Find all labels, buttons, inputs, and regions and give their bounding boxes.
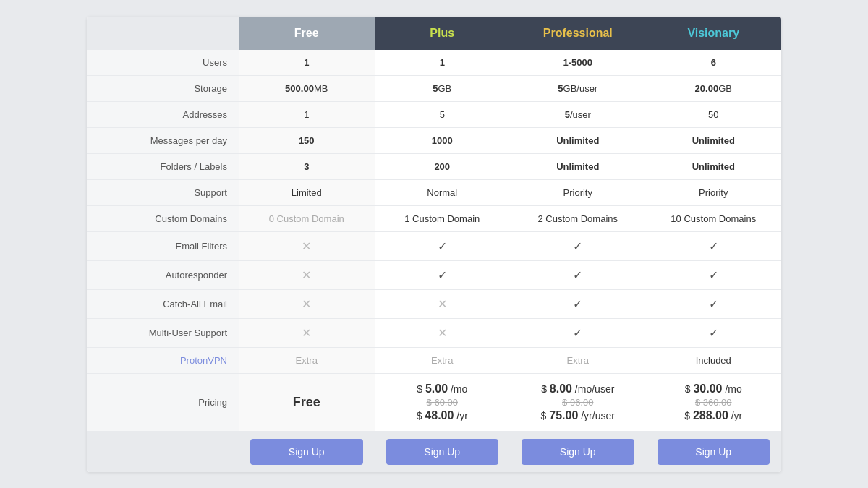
addresses-visionary: 50 xyxy=(646,102,782,128)
label-folders: Folders / Labels xyxy=(87,154,239,180)
folders-professional: Unlimited xyxy=(510,154,646,180)
folders-visionary: Unlimited xyxy=(646,154,782,180)
autoresponder-professional: ✓ xyxy=(510,261,646,290)
support-free: Limited xyxy=(239,180,375,206)
users-plus: 1 xyxy=(375,50,511,76)
messages-plus: 1000 xyxy=(375,128,511,154)
multi-user-visionary: ✓ xyxy=(646,319,782,348)
custom-domains-visionary: 10 Custom Domains xyxy=(646,206,782,232)
folders-plus: 200 xyxy=(375,154,511,180)
pricing-table: Free Plus Professional Visionary Users 1… xyxy=(87,17,781,472)
messages-visionary: Unlimited xyxy=(646,128,782,154)
header-free: Free xyxy=(239,17,375,50)
catch-all-plus: ✕ xyxy=(375,290,511,319)
label-messages: Messages per day xyxy=(87,128,239,154)
label-users: Users xyxy=(87,50,239,76)
protonvpn-link[interactable]: ProtonVPN xyxy=(180,355,227,366)
users-free: 1 xyxy=(239,50,375,76)
header-plus: Plus xyxy=(375,17,511,50)
messages-professional: Unlimited xyxy=(510,128,646,154)
multi-user-free: ✕ xyxy=(239,319,375,348)
pricing-professional: $ 8.00 /mo/user $ 96.00 $ 75.00 /yr/user xyxy=(510,374,646,432)
label-catch-all: Catch-All Email xyxy=(87,290,239,319)
email-filters-plus: ✓ xyxy=(375,232,511,261)
addresses-free: 1 xyxy=(239,102,375,128)
autoresponder-free: ✕ xyxy=(239,261,375,290)
email-filters-visionary: ✓ xyxy=(646,232,782,261)
label-pricing: Pricing xyxy=(87,374,239,432)
support-professional: Priority xyxy=(510,180,646,206)
protonvpn-professional: Extra xyxy=(510,348,646,374)
protonvpn-free: Extra xyxy=(239,348,375,374)
signup-professional: Sign Up xyxy=(510,432,646,472)
support-plus: Normal xyxy=(375,180,511,206)
header-visionary: Visionary xyxy=(646,17,782,50)
signup-plus: Sign Up xyxy=(375,432,511,472)
storage-free: 500.00 MB xyxy=(239,76,375,102)
pricing-visionary: $ 30.00 /mo $ 360.00 $ 288.00 /yr xyxy=(646,374,782,432)
addresses-professional: 5/user xyxy=(510,102,646,128)
signup-empty xyxy=(87,432,239,472)
autoresponder-plus: ✓ xyxy=(375,261,511,290)
custom-domains-plus: 1 Custom Domain xyxy=(375,206,511,232)
label-protonvpn: ProtonVPN xyxy=(87,348,239,374)
signup-free: Sign Up xyxy=(239,432,375,472)
label-email-filters: Email Filters xyxy=(87,232,239,261)
label-storage: Storage xyxy=(87,76,239,102)
messages-free: 150 xyxy=(239,128,375,154)
label-support: Support xyxy=(87,180,239,206)
signup-free-button[interactable]: Sign Up xyxy=(250,439,363,465)
multi-user-professional: ✓ xyxy=(510,319,646,348)
custom-domains-professional: 2 Custom Domains xyxy=(510,206,646,232)
header-professional: Professional xyxy=(510,17,646,50)
catch-all-professional: ✓ xyxy=(510,290,646,319)
protonvpn-visionary: Included xyxy=(646,348,782,374)
multi-user-plus: ✕ xyxy=(375,319,511,348)
pricing-free: Free xyxy=(239,374,375,432)
catch-all-free: ✕ xyxy=(239,290,375,319)
storage-plus: 5 GB xyxy=(375,76,511,102)
catch-all-visionary: ✓ xyxy=(646,290,782,319)
label-addresses: Addresses xyxy=(87,102,239,128)
users-visionary: 6 xyxy=(646,50,782,76)
signup-plus-button[interactable]: Sign Up xyxy=(386,439,499,465)
label-multi-user: Multi-User Support xyxy=(87,319,239,348)
email-filters-free: ✕ xyxy=(239,232,375,261)
email-filters-professional: ✓ xyxy=(510,232,646,261)
autoresponder-visionary: ✓ xyxy=(646,261,782,290)
label-custom-domains: Custom Domains xyxy=(87,206,239,232)
support-visionary: Priority xyxy=(646,180,782,206)
signup-professional-button[interactable]: Sign Up xyxy=(522,439,634,465)
storage-visionary: 20.00 GB xyxy=(646,76,782,102)
folders-free: 3 xyxy=(239,154,375,180)
signup-visionary: Sign Up xyxy=(646,432,782,472)
custom-domains-free: 0 Custom Domain xyxy=(239,206,375,232)
header-empty xyxy=(87,17,239,50)
protonvpn-plus: Extra xyxy=(375,348,511,374)
storage-professional: 5 GB/user xyxy=(510,76,646,102)
pricing-plus: $ 5.00 /mo $ 60.00 $ 48.00 /yr xyxy=(375,374,511,432)
addresses-plus: 5 xyxy=(375,102,511,128)
signup-visionary-button[interactable]: Sign Up xyxy=(658,439,770,465)
table-grid: Free Plus Professional Visionary Users 1… xyxy=(87,17,781,472)
label-autoresponder: Autoresponder xyxy=(87,261,239,290)
users-professional: 1-5000 xyxy=(510,50,646,76)
